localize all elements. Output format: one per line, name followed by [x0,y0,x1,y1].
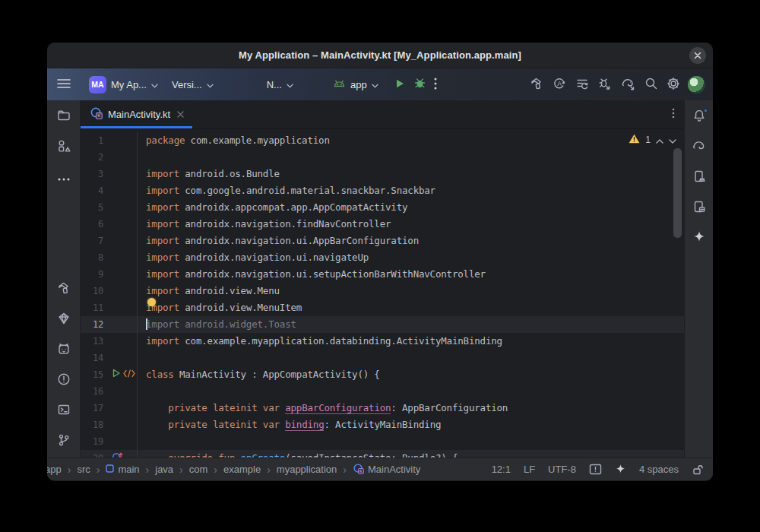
run-configuration-selector[interactable]: app [329,74,382,94]
breadcrumb-item-myapplication[interactable]: myapplication [277,464,337,475]
unlocked-icon[interactable] [692,464,704,476]
settings-button[interactable] [662,73,685,97]
code-text[interactable]: import androidx.appcompat.app.AppCompatA… [137,199,684,216]
line-separator[interactable]: LF [524,464,535,475]
apply-changes-restart-button[interactable]: A [548,73,571,97]
tab-close-button[interactable] [176,107,185,122]
gradle-tool-button[interactable] [689,138,709,156]
code-text[interactable]: import androidx.navigation.ui.setupActio… [137,266,684,283]
code-text[interactable]: override fun onCreate(savedInstanceState… [137,450,684,458]
caret-position[interactable]: 12:1 [492,464,511,475]
previous-problem-button[interactable] [656,135,663,146]
code-text[interactable]: import android.os.Bundle [137,166,684,182]
gradle-sync-button[interactable] [616,73,640,97]
titlebar[interactable]: My Application – MainActivity.kt [My_App… [47,43,713,68]
line-number[interactable]: 6 [81,216,106,233]
code-text[interactable] [137,433,684,450]
line-number[interactable]: 4 [81,182,106,199]
code-text[interactable]: import androidx.navigation.ui.navigateUp [137,249,684,266]
code-text[interactable]: class MainActivity : AppCompatActivity()… [137,366,684,383]
intention-bulb-icon[interactable] [147,298,156,306]
debug-button[interactable] [410,74,430,95]
breadcrumb-item-app[interactable]: app [47,464,62,475]
line-number[interactable]: 1 [81,132,106,149]
device-manager-button[interactable] [689,169,709,186]
editor-tab-mainactivity[interactable]: K MainActivity.kt [81,100,192,128]
line-number[interactable]: 12 [81,316,106,333]
line-number[interactable]: 8 [81,249,106,266]
app-quality-insights-tool-button[interactable] [54,311,74,328]
main-menu-button[interactable] [53,75,74,94]
build-button[interactable] [525,73,548,97]
resource-manager-tool-button[interactable] [54,138,74,156]
breadcrumb-item-example[interactable]: example [223,464,261,475]
code-text[interactable]: import com.google.android.material.snack… [137,182,684,199]
file-encoding[interactable]: UTF-8 [548,464,576,475]
problems-tool-button[interactable] [54,372,74,389]
gutter[interactable] [106,450,137,458]
breadcrumb-item-mainactivity[interactable]: KMainActivity [353,463,420,477]
run-button[interactable] [390,74,410,95]
running-devices-button[interactable] [689,199,709,217]
notifications-button[interactable] [689,108,709,125]
line-number[interactable]: 14 [81,350,106,366]
more-actions-button[interactable] [430,74,441,95]
inspections-widget-icon[interactable] [589,464,602,475]
more-tool-windows-button[interactable] [54,169,74,186]
vcs-widget[interactable]: Versi... [168,76,217,93]
gemini-button[interactable] [689,230,709,247]
line-number[interactable]: 16 [81,383,106,400]
line-number[interactable]: 20 [81,450,106,458]
project-tool-button[interactable] [54,108,74,125]
build-tool-button[interactable] [54,280,74,298]
editor-scrollbar[interactable] [673,148,682,238]
tab-options-button[interactable] [668,100,684,128]
code-text[interactable] [137,383,684,400]
line-number[interactable]: 18 [81,416,106,433]
breadcrumb-item-com[interactable]: com [189,464,208,475]
line-number[interactable]: 5 [81,199,106,216]
code-text[interactable] [137,149,684,166]
line-number[interactable]: 15 [81,366,106,383]
logcat-tool-button[interactable] [54,341,74,359]
code-text[interactable]: import androidx.navigation.findNavContro… [137,216,684,233]
line-number[interactable]: 7 [81,233,106,249]
attach-debugger-button[interactable] [594,73,616,97]
line-number[interactable]: 19 [81,433,106,450]
line-number[interactable]: 9 [81,266,106,283]
version-control-tool-button[interactable] [54,432,74,450]
code-text[interactable]: import com.example.myapplication.databin… [137,333,684,350]
code-text[interactable]: private lateinit var appBarConfiguration… [137,400,684,416]
next-problem-button[interactable] [669,135,676,146]
indent-setting[interactable]: 4 spaces [639,464,679,475]
code-editor[interactable]: 1package com.example.myapplication23impo… [81,129,684,458]
code-text[interactable]: import android.widget.Toast [137,316,684,333]
gemini-status-icon[interactable] [615,464,626,475]
code-text[interactable]: import androidx.navigation.ui.AppBarConf… [137,233,684,249]
line-number[interactable]: 2 [81,149,106,166]
run-gutter-icon[interactable] [112,366,121,383]
code-text[interactable]: package com.example.myapplication [137,132,684,149]
override-method-icon[interactable] [112,450,123,458]
code-text[interactable]: import android.view.MenuItem [137,299,684,316]
device-selector[interactable]: N... [263,76,297,93]
search-everywhere-button[interactable] [640,73,662,96]
breadcrumb-item-java[interactable]: java [155,464,173,475]
inspections-widget[interactable]: 1 [629,134,676,146]
line-number[interactable]: 13 [81,333,106,350]
window-close-button[interactable] [689,47,706,64]
code-text[interactable]: import android.view.Menu [137,283,684,299]
terminal-tool-button[interactable] [54,402,74,420]
related-xml-icon[interactable] [123,366,135,383]
line-number[interactable]: 3 [81,166,106,182]
gutter[interactable] [106,366,137,383]
project-selector[interactable]: MA My Ap... [85,73,162,97]
profile-avatar[interactable] [688,76,705,93]
code-text[interactable] [137,350,684,366]
apply-code-changes-button[interactable] [571,73,594,97]
code-text[interactable]: private lateinit var binding: ActivityMa… [137,416,684,433]
breadcrumb-item-main[interactable]: main [106,464,139,475]
line-number[interactable]: 11 [81,299,106,316]
breadcrumb-item-src[interactable]: src [77,464,90,475]
line-number[interactable]: 10 [81,283,106,299]
